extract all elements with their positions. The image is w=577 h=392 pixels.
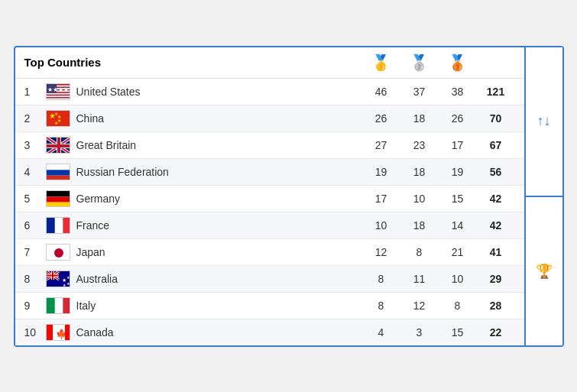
silver-count: 18 <box>400 219 439 232</box>
table-header: Top Countries 🥇 🥈 🥉 <box>15 47 524 79</box>
country-flag-ru <box>43 164 73 180</box>
bronze-count: 21 <box>439 246 477 258</box>
gold-count: 26 <box>362 112 400 125</box>
svg-rect-6 <box>47 98 70 99</box>
rank-number: 7 <box>24 246 43 258</box>
gold-count: 4 <box>362 326 400 339</box>
gold-count: 8 <box>362 273 400 285</box>
svg-text:★: ★ <box>66 281 70 286</box>
bronze-count: 14 <box>439 219 477 232</box>
table-row: 8 ★ ★ ★ ★ Australia 8 11 10 29 <box>15 266 524 293</box>
silver-count: 8 <box>400 246 439 258</box>
country-name: Germany <box>73 193 362 205</box>
bronze-count: 17 <box>439 139 477 151</box>
bronze-count: 15 <box>439 193 477 205</box>
silver-count: 18 <box>400 112 439 125</box>
table-row: 10 🍁 Canada 4 3 15 22 <box>15 319 524 345</box>
svg-rect-25 <box>47 170 70 175</box>
gold-count: 8 <box>362 300 400 312</box>
bronze-count: 26 <box>439 112 477 125</box>
table-row: 7 Japan 12 8 21 41 <box>15 239 524 266</box>
table-body: 1 ★★★★★★ United States 46 37 38 121 2 ★ <box>15 79 524 345</box>
rank-number: 2 <box>24 112 43 125</box>
silver-count: 12 <box>400 300 439 312</box>
bronze-count: 8 <box>439 300 477 312</box>
svg-rect-4 <box>47 92 70 94</box>
svg-rect-27 <box>47 191 70 196</box>
side-buttons: ↑↓ 🏆 <box>524 47 562 345</box>
country-name: Great Britain <box>73 139 362 151</box>
table-section: Top Countries 🥇 🥈 🥉 1 ★★★★★★ United St <box>15 47 524 345</box>
silver-count: 10 <box>400 193 439 205</box>
country-name: Canada <box>73 326 362 339</box>
svg-text:★: ★ <box>66 275 70 280</box>
svg-rect-53 <box>47 325 53 341</box>
silver-count: 37 <box>400 86 439 98</box>
rank-number: 6 <box>24 219 43 232</box>
country-name: China <box>73 112 362 125</box>
table-row: 6 France 10 18 14 42 <box>15 212 524 239</box>
medal-headers: 🥇 🥈 🥉 <box>362 53 515 72</box>
table-row: 9 Italy 8 12 8 28 <box>15 293 524 319</box>
bronze-count: 15 <box>439 326 477 339</box>
total-count: 121 <box>477 86 515 98</box>
table-title: Top Countries <box>24 56 362 69</box>
country-flag-cn: ★ ★ ★ ★ ★ <box>43 110 73 127</box>
total-count: 22 <box>477 326 515 339</box>
gold-count: 17 <box>362 193 400 205</box>
country-flag-us: ★★★★★★ <box>43 83 73 100</box>
svg-rect-28 <box>47 196 70 202</box>
country-name: France <box>73 219 362 232</box>
svg-rect-51 <box>47 298 55 314</box>
svg-point-34 <box>54 248 63 258</box>
country-name: United States <box>73 86 362 98</box>
country-name: Australia <box>73 273 362 285</box>
rank-number: 4 <box>24 166 43 178</box>
svg-rect-23 <box>47 144 70 147</box>
table-row: 3 Great Britain 27 23 17 67 <box>15 132 524 159</box>
svg-rect-32 <box>47 218 55 234</box>
svg-text:★: ★ <box>54 121 58 125</box>
rank-number: 1 <box>24 86 43 98</box>
country-flag-fr <box>43 217 73 234</box>
gold-count: 10 <box>362 219 400 232</box>
silver-count: 3 <box>400 326 439 339</box>
country-flag-gb <box>43 137 73 154</box>
country-flag-it <box>43 297 73 314</box>
country-name: Italy <box>73 300 362 312</box>
total-count: 42 <box>477 219 515 232</box>
silver-medal-header: 🥈 <box>400 53 439 72</box>
rank-number: 8 <box>24 273 43 285</box>
table-row: 1 ★★★★★★ United States 46 37 38 121 <box>15 79 524 105</box>
country-name: Japan <box>73 246 362 258</box>
rank-number: 3 <box>24 139 43 151</box>
table-row: 4 Russian Federation 19 18 19 56 <box>15 159 524 186</box>
svg-rect-5 <box>47 96 70 97</box>
trophy-button[interactable]: 🏆 <box>526 197 562 345</box>
country-flag-jp <box>43 244 73 261</box>
total-count: 70 <box>477 112 515 125</box>
svg-rect-29 <box>47 202 70 206</box>
svg-rect-24 <box>47 164 70 170</box>
svg-text:🍁: 🍁 <box>56 328 67 339</box>
gold-count: 12 <box>362 246 400 258</box>
gold-count: 46 <box>362 86 400 98</box>
silver-count: 18 <box>400 166 439 178</box>
rank-number: 5 <box>24 193 43 205</box>
total-count: 41 <box>477 246 515 258</box>
country-flag-de <box>43 190 73 207</box>
rank-number: 10 <box>24 326 43 339</box>
table-row: 2 ★ ★ ★ ★ ★ China 26 18 26 70 <box>15 105 524 132</box>
svg-text:★★★★★★: ★★★★★★ <box>47 86 70 93</box>
total-count: 29 <box>477 273 515 285</box>
gold-count: 19 <box>362 166 400 178</box>
gold-count: 27 <box>362 139 400 151</box>
country-name: Russian Federation <box>73 166 362 178</box>
svg-rect-26 <box>47 175 70 180</box>
sort-button[interactable]: ↑↓ <box>526 47 562 197</box>
top-countries-widget: Top Countries 🥇 🥈 🥉 1 ★★★★★★ United St <box>14 46 564 347</box>
total-count: 56 <box>477 166 515 178</box>
svg-rect-44 <box>47 274 59 276</box>
rank-number: 9 <box>24 300 43 312</box>
table-row: 5 Germany 17 10 15 42 <box>15 186 524 212</box>
